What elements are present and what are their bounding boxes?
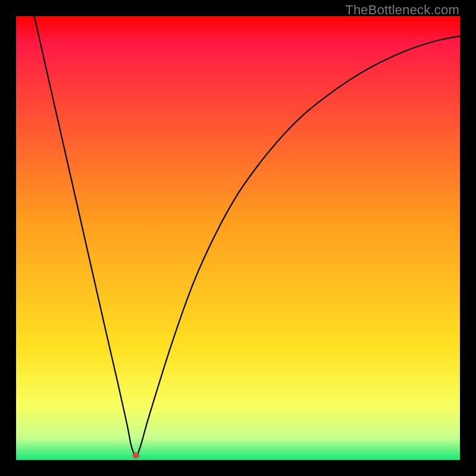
chart-background (16, 16, 460, 460)
chart-marker (132, 453, 139, 459)
chart-svg (16, 16, 460, 460)
